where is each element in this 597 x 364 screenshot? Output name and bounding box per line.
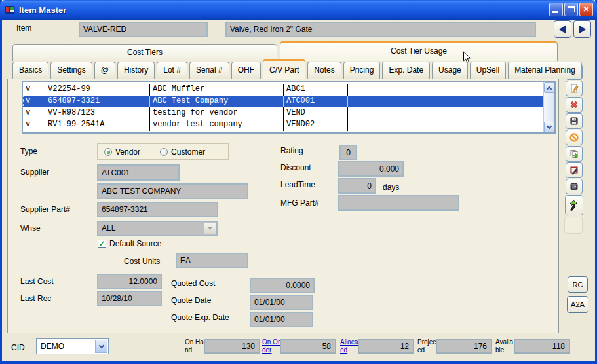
available-field[interactable]: 118 [514, 339, 570, 354]
table-row[interactable]: v VV-R987123 testing for vendor VEND [23, 107, 543, 119]
rating-field[interactable]: 0 [339, 145, 357, 160]
whse-combo[interactable]: ALL [97, 221, 218, 236]
tab-at[interactable]: @ [94, 62, 115, 79]
cancel-button[interactable] [566, 130, 583, 145]
vendor-radio[interactable]: Vendor [104, 147, 140, 156]
tab-cost-tier-usage[interactable]: Cost Tier Usage [280, 41, 558, 61]
default-source-label: Default Source [109, 239, 161, 248]
minimize-button[interactable] [549, 3, 563, 16]
quoted-cost-field[interactable]: 0.0000 [250, 278, 315, 293]
type-radio-group: Vendor Customer [97, 143, 229, 160]
on-order-field[interactable]: 58 [280, 339, 336, 354]
title-bar[interactable]: Item Master ✕ [0, 0, 597, 20]
window-title: Item Master [19, 5, 66, 15]
allocated-field[interactable]: 12 [358, 339, 414, 354]
edit-record-button[interactable] [566, 81, 583, 96]
edit-date-button[interactable] [566, 162, 583, 178]
cell-part: V22254-99 [45, 84, 150, 96]
tab-upsell[interactable]: UpSell [470, 62, 506, 79]
mfg-part-field[interactable] [338, 195, 459, 211]
item-master-window: Item Master ✕ Item VALVE-RED Valve, Red … [0, 0, 597, 364]
tab-material-planning[interactable]: Material Planning [508, 62, 582, 79]
next-item-button[interactable] [573, 20, 591, 38]
quote-exp-date-field[interactable]: 01/01/00 [250, 312, 313, 327]
radio-selected-icon [104, 148, 112, 156]
chevron-down-icon [98, 342, 104, 348]
on-hand-field[interactable]: 130 [204, 339, 260, 354]
item-description-field[interactable]: Valve, Red Iron 2" Gate [225, 22, 536, 37]
cell-blank [348, 96, 543, 107]
delete-icon [569, 100, 579, 110]
quote-exp-date-label: Quote Exp. Date [171, 313, 229, 322]
tab-cv-part[interactable]: C/V Part [263, 59, 305, 79]
discount-label: Discount [280, 163, 311, 172]
cid-combo[interactable]: DEMO [36, 338, 109, 354]
tab-lot[interactable]: Lot # [157, 62, 187, 79]
cell-code: ATC001 [284, 96, 348, 107]
leadtime-label: LeadTime [280, 180, 315, 189]
table-row-selected[interactable]: v 654897-3321 ABC Test Company ATC001 [23, 96, 543, 107]
rating-label: Rating [280, 146, 303, 155]
rc-button[interactable]: RC [568, 276, 588, 293]
chevron-down-icon [547, 123, 552, 128]
chevron-up-icon [547, 86, 552, 91]
supplier-name-field[interactable]: ABC TEST COMPANY [97, 183, 248, 199]
tab-history[interactable]: History [117, 62, 155, 79]
tab-basics[interactable]: Basics [12, 62, 48, 79]
quote-date-label: Quote Date [171, 296, 211, 305]
quote-date-field[interactable]: 01/01/00 [250, 295, 313, 310]
last-cost-field[interactable]: 12.0000 [97, 274, 162, 289]
tab-exp-date[interactable]: Exp. Date [382, 62, 430, 79]
scroll-up-button[interactable] [544, 82, 554, 93]
table-row[interactable]: v RV1-99-2541A vendor test company VEND0… [23, 119, 543, 131]
grid-scrollbar[interactable] [543, 82, 554, 132]
tab-cost-tiers[interactable]: Cost Tiers [12, 44, 277, 61]
cell-blank [348, 84, 543, 96]
whse-dropdown-button[interactable] [204, 223, 216, 234]
scroll-down-button[interactable] [544, 122, 554, 132]
minimize-icon [552, 11, 558, 13]
cell-blank [348, 107, 543, 119]
leadtime-field[interactable]: 0 [338, 178, 376, 194]
save-record-button[interactable] [566, 113, 583, 129]
close-button[interactable]: ✕ [579, 3, 593, 16]
supplier-code-field[interactable]: ATC001 [97, 164, 180, 181]
cid-label: CID [11, 343, 25, 352]
cancel-icon [569, 132, 579, 143]
tab-pricing[interactable]: Pricing [343, 62, 381, 79]
whse-label: Whse [20, 224, 41, 233]
cost-units-field[interactable]: EA [176, 253, 248, 268]
item-code-field[interactable]: VALVE-RED [79, 22, 208, 37]
supplier-part-field[interactable]: 654897-3321 [97, 202, 218, 217]
close-icon: ✕ [583, 5, 589, 14]
tools-button[interactable] [565, 195, 583, 215]
customer-radio-label: Customer [171, 147, 205, 156]
default-source-checkbox[interactable]: ✓ Default Source [98, 239, 161, 248]
last-rec-field[interactable]: 10/28/10 [97, 291, 162, 306]
prev-item-button[interactable] [554, 20, 571, 38]
tab-serial[interactable]: Serial # [189, 62, 229, 79]
a2a-button[interactable]: A2A [567, 296, 588, 313]
maximize-button[interactable] [564, 3, 578, 16]
customer-radio[interactable]: Customer [160, 147, 205, 156]
next-arrow-icon [579, 25, 586, 34]
on-hand-label: On Hand [185, 338, 206, 354]
tab-ohf[interactable]: OHF [231, 62, 261, 79]
item-label: Item [16, 24, 31, 33]
copy-record-button[interactable] [566, 146, 583, 162]
cid-dropdown-button[interactable] [95, 340, 107, 353]
radio-unselected-icon [160, 148, 168, 156]
tab-notes[interactable]: Notes [307, 62, 341, 79]
discount-field[interactable]: 0.000 [338, 161, 404, 177]
tab-settings[interactable]: Settings [50, 62, 92, 79]
table-row[interactable]: v V22254-99 ABC Muffler ABC1 [23, 84, 543, 96]
delete-record-button[interactable] [566, 97, 583, 113]
edit-icon [569, 83, 579, 94]
edit-date-icon [569, 165, 579, 175]
cid-value: DEMO [41, 342, 64, 351]
copy-icon [569, 149, 579, 159]
chevron-down-icon [208, 225, 212, 230]
safe-button[interactable] [566, 179, 583, 194]
safe-icon [569, 181, 579, 192]
projected-field[interactable]: 176 [436, 339, 492, 354]
